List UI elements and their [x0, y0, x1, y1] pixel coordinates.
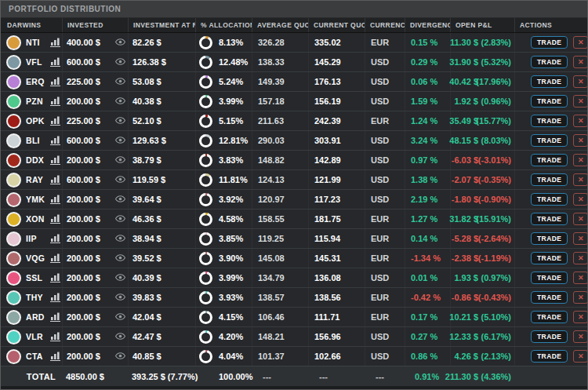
darwin-avatar[interactable]	[6, 231, 21, 246]
darwin-avatar[interactable]	[6, 173, 21, 188]
close-icon[interactable]: ✕	[573, 252, 588, 264]
bar-chart-icon[interactable]	[50, 273, 60, 282]
darwin-avatar[interactable]	[6, 192, 21, 207]
bar-chart-icon[interactable]	[50, 77, 60, 86]
trade-button[interactable]: TRADE	[531, 115, 568, 128]
darwin-avatar[interactable]	[6, 55, 21, 70]
darwin-avatar[interactable]	[6, 114, 21, 129]
darwin-avatar[interactable]	[6, 153, 21, 168]
darwin-avatar[interactable]	[6, 75, 21, 89]
trade-button[interactable]: TRADE	[531, 311, 568, 324]
darwin-name-link[interactable]: PZN	[26, 92, 48, 111]
darwin-avatar[interactable]	[6, 133, 21, 148]
eye-icon[interactable]	[115, 332, 125, 341]
darwin-name-link[interactable]: VFL	[26, 53, 48, 71]
trade-button[interactable]: TRADE	[531, 330, 568, 344]
bar-chart-icon[interactable]	[50, 234, 60, 243]
bar-chart-icon[interactable]	[50, 253, 60, 263]
trade-button[interactable]: TRADE	[531, 56, 568, 69]
close-icon[interactable]: ✕	[573, 272, 588, 284]
darwin-name-link[interactable]: XON	[26, 210, 48, 228]
close-icon[interactable]: ✕	[573, 193, 588, 206]
bar-chart-icon[interactable]	[50, 312, 60, 322]
bar-chart-icon[interactable]	[50, 352, 60, 361]
darwin-avatar[interactable]	[6, 310, 21, 325]
close-icon[interactable]: ✕	[573, 311, 588, 323]
darwin-avatar[interactable]	[6, 290, 21, 305]
trade-button[interactable]: TRADE	[531, 75, 568, 89]
trade-button[interactable]: TRADE	[531, 173, 568, 187]
trade-button[interactable]: TRADE	[531, 252, 568, 265]
darwin-avatar[interactable]	[6, 212, 21, 227]
close-icon[interactable]: ✕	[573, 56, 588, 68]
eye-icon[interactable]	[115, 175, 125, 184]
close-icon[interactable]: ✕	[573, 154, 588, 166]
bar-chart-icon[interactable]	[50, 136, 60, 145]
bar-chart-icon[interactable]	[50, 214, 60, 224]
bar-chart-icon[interactable]	[50, 116, 60, 126]
bar-chart-icon[interactable]	[50, 332, 60, 341]
bar-chart-icon[interactable]	[50, 155, 60, 165]
trade-button[interactable]: TRADE	[531, 36, 568, 49]
bar-chart-icon[interactable]	[50, 57, 60, 67]
darwin-name-link[interactable]: RAY	[26, 170, 48, 189]
darwin-avatar[interactable]	[6, 251, 21, 266]
darwin-name-link[interactable]: DDX	[26, 151, 48, 169]
darwin-name-link[interactable]: BLI	[26, 131, 48, 150]
darwin-name-link[interactable]: CTA	[26, 347, 48, 366]
darwin-avatar[interactable]	[6, 349, 21, 364]
close-icon[interactable]: ✕	[573, 350, 588, 363]
eye-icon[interactable]	[115, 253, 125, 263]
darwin-name-link[interactable]: NTI	[26, 33, 48, 52]
eye-icon[interactable]	[115, 116, 125, 126]
close-icon[interactable]: ✕	[573, 232, 588, 245]
bar-chart-icon[interactable]	[50, 293, 60, 302]
eye-icon[interactable]	[115, 293, 125, 302]
close-icon[interactable]: ✕	[573, 134, 588, 147]
darwin-name-link[interactable]: OPK	[26, 111, 48, 130]
darwin-name-link[interactable]: YMK	[26, 190, 48, 209]
eye-icon[interactable]	[115, 38, 125, 47]
trade-button[interactable]: TRADE	[531, 154, 568, 167]
close-icon[interactable]: ✕	[573, 173, 588, 186]
darwin-avatar[interactable]	[6, 94, 21, 109]
trade-button[interactable]: TRADE	[531, 193, 568, 206]
bar-chart-icon[interactable]	[50, 175, 60, 184]
darwin-avatar[interactable]	[6, 330, 21, 344]
eye-icon[interactable]	[115, 57, 125, 67]
eye-icon[interactable]	[115, 155, 125, 165]
eye-icon[interactable]	[115, 273, 125, 282]
close-icon[interactable]: ✕	[573, 291, 588, 304]
darwin-avatar[interactable]	[6, 271, 21, 286]
eye-icon[interactable]	[115, 77, 125, 86]
close-icon[interactable]: ✕	[573, 330, 588, 343]
eye-icon[interactable]	[115, 195, 125, 204]
darwin-name-link[interactable]: THY	[26, 288, 48, 307]
eye-icon[interactable]	[115, 352, 125, 361]
darwin-name-link[interactable]: IIP	[26, 229, 48, 248]
trade-button[interactable]: TRADE	[531, 134, 568, 148]
close-icon[interactable]: ✕	[573, 115, 588, 127]
eye-icon[interactable]	[115, 214, 125, 224]
trade-button[interactable]: TRADE	[531, 95, 568, 108]
trade-button[interactable]: TRADE	[531, 213, 568, 226]
darwin-name-link[interactable]: ERQ	[26, 72, 48, 91]
close-icon[interactable]: ✕	[573, 213, 588, 225]
trade-button[interactable]: TRADE	[531, 350, 568, 363]
trade-button[interactable]: TRADE	[531, 232, 568, 246]
close-icon[interactable]: ✕	[573, 36, 588, 49]
close-icon[interactable]: ✕	[573, 75, 588, 88]
bar-chart-icon[interactable]	[50, 97, 60, 106]
darwin-avatar[interactable]	[6, 35, 21, 50]
bar-chart-icon[interactable]	[50, 38, 60, 47]
darwin-name-link[interactable]: ARD	[26, 308, 48, 326]
darwin-name-link[interactable]: SSL	[26, 268, 48, 287]
darwin-name-link[interactable]: VQG	[26, 249, 48, 268]
eye-icon[interactable]	[115, 234, 125, 243]
darwin-name-link[interactable]: VLR	[26, 327, 48, 346]
trade-button[interactable]: TRADE	[531, 272, 568, 285]
trade-button[interactable]: TRADE	[531, 291, 568, 304]
close-icon[interactable]: ✕	[573, 95, 588, 108]
eye-icon[interactable]	[115, 97, 125, 106]
bar-chart-icon[interactable]	[50, 195, 60, 204]
